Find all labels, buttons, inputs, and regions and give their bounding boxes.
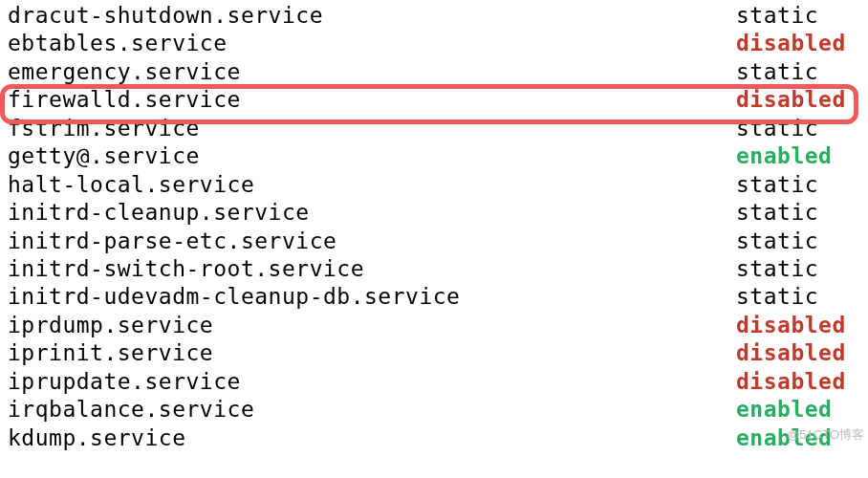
service-row: iprinit.servicedisabled <box>8 339 860 367</box>
service-state: static <box>736 199 860 227</box>
service-state: static <box>736 2 860 30</box>
service-state: static <box>736 58 860 86</box>
service-row: iprdump.servicedisabled <box>8 312 860 339</box>
service-row: kdump.serviceenabled <box>8 424 860 452</box>
service-name: getty@.service <box>8 142 200 170</box>
service-name: initrd-switch-root.service <box>8 255 364 283</box>
service-state: static <box>736 255 860 283</box>
service-row: initrd-switch-root.servicestatic <box>8 255 860 283</box>
service-name: initrd-udevadm-cleanup-db.service <box>8 283 460 311</box>
service-row: emergency.servicestatic <box>8 58 860 86</box>
service-row: iprupdate.servicedisabled <box>8 368 860 396</box>
service-state: static <box>736 283 860 311</box>
service-state: disabled <box>736 368 860 396</box>
service-row: initrd-cleanup.servicestatic <box>8 199 860 227</box>
service-name: fstrim.service <box>8 115 200 142</box>
service-list: dracut-shutdown.servicestaticebtables.se… <box>8 2 860 452</box>
service-name: kdump.service <box>8 424 186 452</box>
service-name: initrd-cleanup.service <box>8 199 310 227</box>
service-row: getty@.serviceenabled <box>8 142 860 170</box>
service-name: ebtables.service <box>8 30 228 57</box>
service-name: iprupdate.service <box>8 368 241 396</box>
watermark-text: @51CTO博客 <box>787 427 864 444</box>
service-state: enabled <box>736 396 860 424</box>
service-state: static <box>736 228 860 255</box>
service-row: ebtables.servicedisabled <box>8 30 860 57</box>
service-row: firewalld.servicedisabled <box>8 86 860 114</box>
service-state: disabled <box>736 30 860 57</box>
service-row: halt-local.servicestatic <box>8 171 860 199</box>
service-state: static <box>736 115 860 142</box>
service-state: enabled <box>736 142 860 170</box>
service-name: initrd-parse-etc.service <box>8 228 336 255</box>
service-state: static <box>736 171 860 199</box>
service-row: irqbalance.serviceenabled <box>8 396 860 424</box>
service-name: dracut-shutdown.service <box>8 2 323 30</box>
service-row: fstrim.servicestatic <box>8 115 860 142</box>
service-state: disabled <box>736 339 860 367</box>
service-row: initrd-udevadm-cleanup-db.servicestatic <box>8 283 860 311</box>
service-name: firewalld.service <box>8 86 241 114</box>
service-name: iprinit.service <box>8 339 213 367</box>
service-name: halt-local.service <box>8 171 254 199</box>
service-name: irqbalance.service <box>8 396 254 424</box>
service-state: disabled <box>736 86 860 114</box>
service-name: emergency.service <box>8 58 241 86</box>
service-state: disabled <box>736 312 860 339</box>
service-row: initrd-parse-etc.servicestatic <box>8 228 860 255</box>
service-row: dracut-shutdown.servicestatic <box>8 2 860 30</box>
service-name: iprdump.service <box>8 312 213 339</box>
